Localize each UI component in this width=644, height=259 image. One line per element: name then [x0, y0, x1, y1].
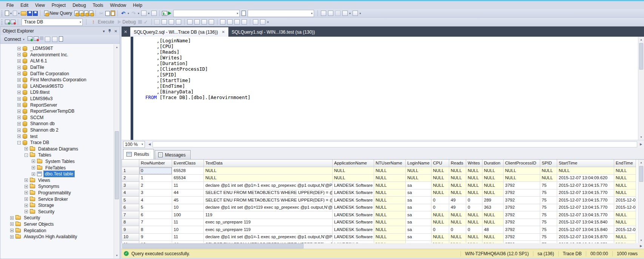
grid-cell[interactable]: 10: [172, 204, 204, 212]
grid-cell[interactable]: NULL: [333, 175, 374, 182]
chevron-down-icon[interactable]: ▾: [267, 20, 269, 24]
grid-cell[interactable]: 2015-12-07 13:04:15.870: [557, 234, 614, 241]
connect-server-icon[interactable]: [5, 20, 10, 24]
scroll-down-icon[interactable]: ▼: [114, 253, 120, 258]
grid-cell[interactable]: NULL: [431, 182, 449, 189]
specify-template-icon[interactable]: [187, 19, 193, 25]
grid-cell[interactable]: 0: [449, 226, 466, 234]
tree-item-replication[interactable]: +Replication: [1, 227, 114, 234]
grid-cell[interactable]: NULL: [431, 219, 449, 226]
grid-cell[interactable]: NULL: [449, 175, 466, 182]
grid-cell[interactable]: NULL: [466, 211, 482, 219]
expand-icon[interactable]: +: [25, 191, 28, 194]
expand-icon[interactable]: +: [17, 59, 21, 63]
column-header-ntusername[interactable]: NTUserName: [374, 160, 406, 167]
grid-cell[interactable]: 0: [466, 197, 482, 204]
error-logs-icon[interactable]: [59, 36, 63, 42]
scroll-left-icon[interactable]: ◀: [146, 141, 153, 147]
expand-icon[interactable]: +: [17, 84, 21, 88]
close-icon[interactable]: ✕: [114, 29, 117, 33]
grid-cell[interactable]: 65534: [172, 175, 204, 182]
results-to-text-icon[interactable]: [201, 19, 208, 25]
editor-horizontal-scrollbar[interactable]: [153, 141, 637, 147]
grid-cell[interactable]: NULL: [614, 234, 636, 241]
grid-cell[interactable]: NULL: [374, 211, 406, 219]
scroll-thumb[interactable]: [122, 243, 304, 248]
chevron-down-icon[interactable]: ▾: [10, 12, 12, 15]
tree-item-programmability[interactable]: +Programmability: [1, 190, 114, 196]
grid-cell[interactable]: sa: [406, 219, 431, 226]
tree-item-shannon-db-2[interactable]: +Shannon db 2: [1, 127, 114, 133]
chevron-down-icon[interactable]: ▾: [148, 12, 149, 15]
scroll-up-icon[interactable]: ▲: [638, 160, 644, 165]
grid-cell[interactable]: NULL: [406, 175, 431, 182]
tab-strip-close-icon[interactable]: ✕: [124, 29, 127, 34]
expand-icon[interactable]: +: [25, 210, 28, 213]
row-header[interactable]: 2: [122, 175, 139, 182]
grid-cell[interactable]: 0: [466, 204, 482, 212]
grid-cell[interactable]: NULL: [466, 175, 482, 182]
grid-cell[interactable]: NULL: [504, 167, 540, 175]
mdx-query-icon[interactable]: [84, 11, 88, 16]
grid-cell[interactable]: SELECT ENU FROM METAOBJECTS WHERE UPPER(…: [204, 197, 333, 204]
grid-cell[interactable]: NULL: [540, 175, 557, 182]
chevron-down-icon[interactable]: ▾: [349, 12, 351, 15]
expand-icon[interactable]: +: [32, 160, 35, 163]
scroll-down-icon[interactable]: ▼: [638, 134, 644, 140]
grid-cell[interactable]: 75: [540, 219, 557, 226]
menu-tools[interactable]: Tools: [89, 2, 107, 9]
grid-cell[interactable]: NULL: [466, 234, 482, 241]
grid-cell[interactable]: 45: [172, 197, 204, 204]
connect-object-explorer-icon[interactable]: [28, 36, 32, 41]
grid-cell[interactable]: 75: [540, 211, 557, 219]
grid-cell[interactable]: 8: [139, 226, 172, 234]
properties-window-icon[interactable]: [151, 10, 157, 17]
scroll-right-icon[interactable]: ▶: [638, 243, 644, 249]
expand-icon[interactable]: +: [17, 116, 21, 119]
expand-icon[interactable]: +: [17, 66, 21, 69]
grid-cell[interactable]: NULL: [557, 167, 614, 175]
grid-cell[interactable]: NULL: [449, 189, 466, 197]
grid-cell[interactable]: NULL: [431, 175, 449, 182]
chevron-down-icon[interactable]: ▾: [128, 12, 129, 15]
grid-cell[interactable]: 289: [482, 197, 504, 204]
column-header-duration[interactable]: Duration: [482, 160, 504, 167]
row-header[interactable]: 5: [122, 197, 139, 204]
grid-cell[interactable]: NULL: [482, 234, 504, 241]
toolbar-combobox-trace-db[interactable]: Trace DB▾: [22, 19, 83, 26]
menu-file[interactable]: File: [3, 2, 17, 9]
grid-cell[interactable]: NULL: [406, 167, 431, 175]
menu-project[interactable]: Project: [48, 2, 69, 9]
copy-icon[interactable]: [105, 11, 110, 16]
chevron-down-icon[interactable]: ▾: [138, 12, 139, 15]
tree-item-daltile-corporation[interactable]: +DalTile Corporation: [1, 70, 114, 77]
grid-cell[interactable]: NULL: [374, 226, 406, 234]
grid-cell[interactable]: sa: [406, 197, 431, 204]
navigate-backward-icon[interactable]: [140, 10, 147, 17]
database-tuning-icon[interactable]: [327, 10, 334, 17]
column-header-starttime[interactable]: StartTime: [557, 160, 614, 167]
grid-cell[interactable]: LANDESK Software: [333, 234, 374, 241]
paste-icon[interactable]: [111, 11, 115, 16]
xmla-query-icon[interactable]: [89, 11, 93, 16]
row-header[interactable]: 8: [122, 219, 139, 226]
grid-cell[interactable]: NULL: [431, 189, 449, 197]
grid-cell[interactable]: 1: [139, 175, 172, 182]
grid-cell[interactable]: 2015-12-07 13:04:15.770: [557, 189, 614, 197]
grid-cell[interactable]: 2015-12-07 13:04:15.770: [557, 197, 614, 204]
change-connection-icon[interactable]: [11, 20, 15, 24]
grid-cell[interactable]: NULL: [374, 234, 406, 241]
sqlcmd-mode-icon[interactable]: [253, 19, 259, 25]
grid-cell[interactable]: 6: [139, 211, 172, 219]
connect-button[interactable]: Connect▾: [3, 36, 26, 43]
expand-icon[interactable]: +: [17, 78, 21, 82]
tree-item-ldms96t[interactable]: +_LDMS96T: [1, 45, 114, 52]
column-header-loginname[interactable]: LoginName: [406, 160, 431, 167]
grid-cell[interactable]: NULL: [431, 211, 449, 219]
chevron-down-icon[interactable]: ▾: [18, 12, 20, 15]
grid-cell[interactable]: 4: [139, 197, 172, 204]
document-tab-1[interactable]: SQLQuery2.sql - WI...Trace DB (sa (136))…: [130, 27, 228, 37]
refresh-icon[interactable]: [52, 37, 57, 42]
grid-cell[interactable]: 3792: [504, 197, 540, 204]
tab-results[interactable]: Results: [123, 149, 154, 159]
